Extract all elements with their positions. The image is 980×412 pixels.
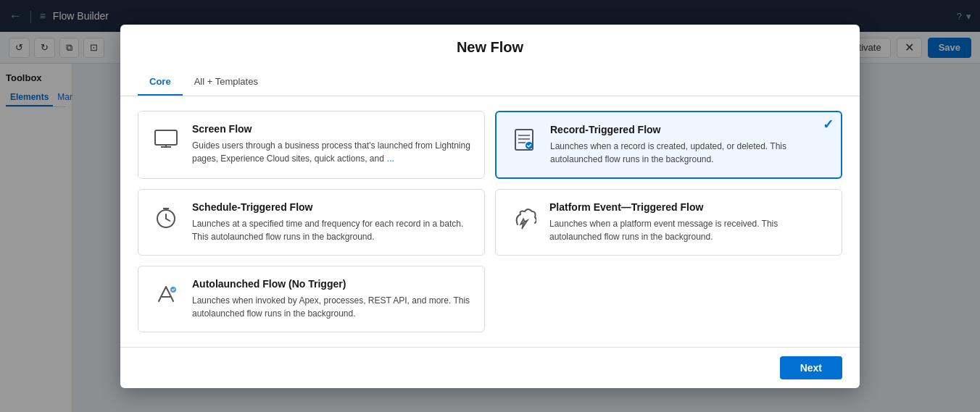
record-triggered-content: Record-Triggered Flow Launches when a re…: [550, 124, 829, 166]
screen-flow-content: Screen Flow Guides users through a busin…: [192, 123, 473, 165]
new-flow-modal: New Flow Core All + Templates Screen Flo…: [120, 25, 860, 388]
platform-event-icon: [507, 201, 539, 233]
platform-event-desc: Launches when a platform event message i…: [549, 217, 830, 243]
modal-overlay: New Flow Core All + Templates Screen Flo…: [0, 0, 980, 412]
platform-event-title: Platform Event—Triggered Flow: [549, 201, 830, 213]
tab-core[interactable]: Core: [138, 70, 183, 96]
autolaunched-card[interactable]: Autolaunched Flow (No Trigger) Launches …: [138, 266, 485, 332]
record-triggered-desc: Launches when a record is created, updat…: [550, 140, 829, 166]
svg-point-13: [170, 287, 176, 293]
record-triggered-card[interactable]: Record-Triggered Flow Launches when a re…: [495, 111, 842, 179]
screen-flow-desc: Guides users through a business process …: [192, 139, 473, 165]
svg-line-10: [166, 219, 170, 221]
schedule-triggered-icon: [150, 201, 182, 233]
schedule-triggered-desc: Launches at a specified time and frequen…: [192, 217, 473, 243]
modal-title: New Flow: [138, 39, 842, 56]
svg-rect-0: [155, 130, 177, 145]
modal-tabs: Core All + Templates: [120, 70, 860, 96]
screen-flow-more[interactable]: ...: [387, 154, 394, 164]
record-triggered-icon: [508, 124, 540, 156]
tab-all-templates[interactable]: All + Templates: [183, 70, 270, 96]
schedule-triggered-title: Schedule-Triggered Flow: [192, 201, 473, 213]
screen-flow-title: Screen Flow: [192, 123, 473, 135]
schedule-triggered-content: Schedule-Triggered Flow Launches at a sp…: [192, 201, 473, 243]
modal-footer: Next: [120, 347, 860, 388]
platform-event-content: Platform Event—Triggered Flow Launches w…: [549, 201, 830, 243]
record-triggered-title: Record-Triggered Flow: [550, 124, 829, 135]
autolaunched-desc: Launches when invoked by Apex, processes…: [192, 294, 473, 320]
svg-point-7: [526, 142, 533, 149]
screen-flow-card[interactable]: Screen Flow Guides users through a busin…: [138, 111, 485, 179]
next-button[interactable]: Next: [780, 356, 842, 379]
modal-header: New Flow: [120, 25, 860, 67]
autolaunched-content: Autolaunched Flow (No Trigger) Launches …: [192, 278, 473, 320]
autolaunched-title: Autolaunched Flow (No Trigger): [192, 278, 473, 290]
autolaunched-icon: [150, 278, 182, 310]
flow-cards-grid: Screen Flow Guides users through a busin…: [120, 96, 860, 347]
schedule-triggered-card[interactable]: Schedule-Triggered Flow Launches at a sp…: [138, 189, 485, 256]
platform-event-card[interactable]: Platform Event—Triggered Flow Launches w…: [495, 189, 842, 256]
screen-flow-icon: [150, 123, 182, 155]
